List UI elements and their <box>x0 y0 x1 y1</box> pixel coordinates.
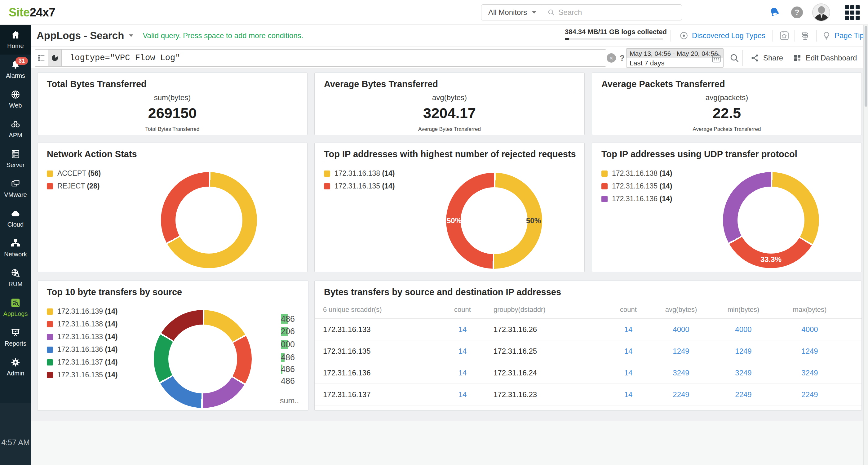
table-row[interactable]: 172.31.16.136 14 172.31.16.24 14 3249 32… <box>315 362 862 384</box>
chart-view-toggle[interactable] <box>48 50 62 66</box>
title-dropdown-caret[interactable] <box>129 34 133 37</box>
rum-globe-search-icon <box>10 268 21 278</box>
query-input-box[interactable]: logtype="VPC Flow Log" <box>35 49 606 67</box>
share-icon <box>750 53 760 63</box>
stat-metric-label: sum(bytes) <box>37 93 307 102</box>
time-range-picker[interactable]: May 13, 04:56 - May 20, 04:56 Last 7 day… <box>626 49 723 68</box>
binoculars-icon <box>10 119 21 130</box>
chart-legend: 172.31.16.139 (14) 172.31.16.138 (14) 17… <box>47 305 118 381</box>
legend-item[interactable]: ACCEPT (56) <box>47 167 101 180</box>
search-input[interactable] <box>558 8 651 17</box>
table-row-clipped[interactable]: 172.31.16.138 14 172.31.16.22 14 4999 49… <box>315 405 862 411</box>
share-button[interactable]: Share <box>750 47 783 69</box>
legend-item[interactable]: 172.31.16.138 (14) <box>601 167 672 180</box>
divider <box>324 93 575 93</box>
sidebar-item-network[interactable]: Network <box>0 233 31 263</box>
donut-chart[interactable] <box>161 172 257 268</box>
help-button[interactable]: ? <box>791 0 803 25</box>
log-usage-meter[interactable]: 384.34 MB/11 GB logs collected <box>565 28 663 40</box>
column-header[interactable]: 6 unique srcaddr(s) <box>323 306 432 314</box>
query-text[interactable]: logtype="VPC Flow Log" <box>70 50 180 66</box>
legend-item[interactable]: 172.31.16.135 (14) <box>601 180 672 192</box>
stat-card-total-bytes[interactable]: Total Bytes Transferred sum(bytes) 26915… <box>37 72 308 135</box>
chart-card-top10-byte-transfers[interactable]: Top 10 byte transfers by source 172.31.1… <box>37 281 308 411</box>
column-header[interactable]: max(bytes) <box>776 306 843 314</box>
page-scrollbar[interactable] <box>863 25 868 465</box>
sidebar-item-applogs[interactable]: AppLogs <box>0 292 31 322</box>
legend-item[interactable]: 172.31.16.138 (14) <box>47 318 118 331</box>
legend-item[interactable]: 172.31.16.133 (14) <box>47 331 118 343</box>
donut-hole <box>461 187 528 254</box>
sidebar-item-vmware[interactable]: VMware <box>0 174 31 204</box>
sidebar-item-web[interactable]: Web <box>0 84 31 114</box>
announcements-button[interactable] <box>768 0 781 25</box>
legend-swatch <box>47 347 53 353</box>
column-header[interactable]: count <box>605 306 652 314</box>
stat-card-avg-packets[interactable]: Average Packets Transferred avg(packets)… <box>592 72 862 135</box>
scrollbar-thumb[interactable] <box>865 26 867 106</box>
legend-item[interactable]: 172.31.16.135 (14) <box>324 180 395 192</box>
home-icon <box>10 30 21 40</box>
legend-item[interactable]: REJECT (28) <box>47 180 101 192</box>
table-card-bytes-transfers[interactable]: Bytes transfers by source and destinatio… <box>314 281 862 411</box>
table-row[interactable]: 172.31.16.137 14 172.31.16.23 14 2249 22… <box>315 384 862 405</box>
legend-item[interactable]: 172.31.16.136 (14) <box>47 343 118 356</box>
sidebar-item-alarms[interactable]: Alarms 31 <box>0 55 31 84</box>
guided-tour-button[interactable] <box>800 25 810 46</box>
site24x7-logo[interactable]: Site24x7 <box>9 0 55 25</box>
monitor-filter-dropdown[interactable]: All Monitors <box>482 5 542 20</box>
chart-legend: 172.31.16.138 (14) 172.31.16.135 (14) 17… <box>601 167 672 205</box>
network-tree-icon <box>10 238 21 249</box>
stat-value: 3204.17 <box>315 104 584 122</box>
time-range-value: May 13, 04:56 - May 20, 04:56 <box>626 49 723 58</box>
divider <box>601 93 852 93</box>
legend-item[interactable]: 172.31.16.136 (14) <box>601 192 672 205</box>
list-view-toggle[interactable] <box>35 50 48 66</box>
table-row[interactable]: 172.31.16.133 14 172.31.16.26 14 4000 40… <box>315 319 862 340</box>
user-menu[interactable] <box>812 0 830 25</box>
page-tips-button[interactable]: Page Tips <box>822 25 868 46</box>
legend-item[interactable]: 172.31.16.139 (14) <box>47 305 118 318</box>
page-title[interactable]: AppLogs - Search <box>37 30 124 41</box>
donut-chart[interactable] <box>723 172 819 268</box>
chart-card-udp-protocol[interactable]: Top IP addresses using UDP transfer prot… <box>592 143 862 272</box>
page-header: AppLogs - Search Valid query. Press spac… <box>31 25 868 47</box>
global-search-bar: All Monitors <box>481 4 682 21</box>
column-header[interactable]: count <box>432 306 494 314</box>
sidebar-item-home[interactable]: Home <box>0 25 31 55</box>
column-header[interactable]: min(bytes) <box>711 306 776 314</box>
legend-item[interactable]: 172.31.16.138 (14) <box>324 167 395 180</box>
query-help-button[interactable]: ? <box>620 47 625 69</box>
default-dashboard-button[interactable] <box>779 25 790 46</box>
sidebar-nav: Home Alarms 31 Web APM Server VMware Clo… <box>0 25 31 465</box>
legend-swatch <box>47 170 53 177</box>
stat-caption: Total Bytes Transferred <box>37 126 307 132</box>
sidebar-item-rum[interactable]: RUM <box>0 263 31 292</box>
edit-dashboard-button[interactable]: Edit Dashboard <box>793 47 857 69</box>
run-search-button[interactable] <box>729 53 740 63</box>
legend-swatch <box>47 334 53 340</box>
discovered-log-types-button[interactable]: Discovered Log Types <box>679 25 765 46</box>
legend-item[interactable]: 172.31.16.137 (14) <box>47 356 118 369</box>
apps-launcher-button[interactable] <box>845 0 860 25</box>
legend-item[interactable]: 172.31.16.135 (14) <box>47 369 118 381</box>
donut-chart[interactable] <box>154 310 252 408</box>
pie-chart-icon <box>51 54 59 62</box>
sidebar-item-apm[interactable]: APM <box>0 114 31 144</box>
cloud-icon <box>10 208 21 219</box>
legend-label: 172.31.16.136 (14) <box>57 345 118 354</box>
column-header[interactable]: avg(bytes) <box>652 306 711 314</box>
sidebar-item-admin[interactable]: Admin <box>0 352 31 382</box>
table-row[interactable]: 172.31.16.135 14 172.31.16.25 14 1249 12… <box>315 340 862 362</box>
column-header[interactable]: groupby(dstaddr) <box>494 306 605 314</box>
query-toolbar: logtype="VPC Flow Log" × ? May 13, 04:56… <box>31 47 868 69</box>
sidebar-item-cloud[interactable]: Cloud <box>0 204 31 233</box>
clear-query-button[interactable]: × <box>607 53 616 63</box>
chart-card-network-action-stats[interactable]: Network Action Stats ACCEPT (56) REJECT … <box>37 143 308 272</box>
stat-card-avg-bytes[interactable]: Average Bytes Transferred avg(bytes) 320… <box>314 72 585 135</box>
sidebar-item-server[interactable]: Server <box>0 144 31 174</box>
sidebar-item-reports[interactable]: Reports <box>0 322 31 352</box>
stat-caption: Average Packets Transferred <box>592 126 862 132</box>
chart-card-rejected-requests[interactable]: Top IP addresses with highest number of … <box>314 143 585 272</box>
divider <box>324 163 575 163</box>
